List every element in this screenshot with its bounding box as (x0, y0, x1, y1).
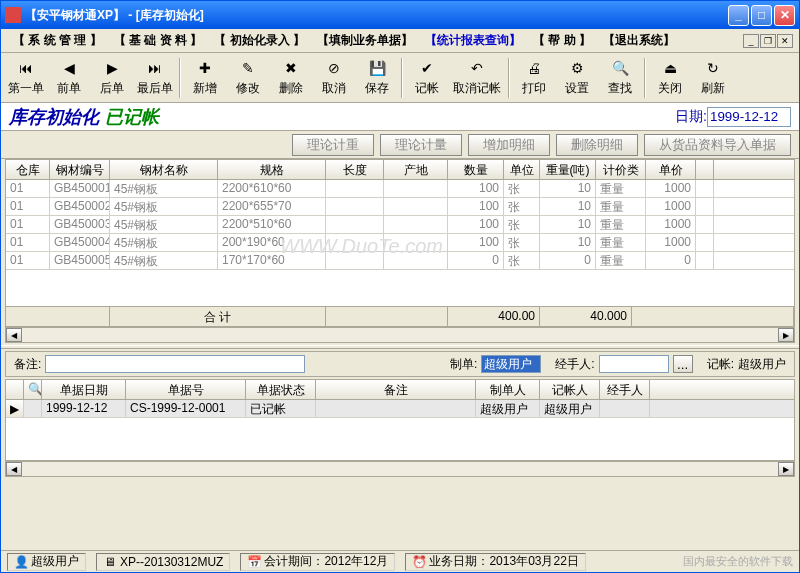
cell[interactable]: GB450003 (50, 216, 110, 233)
cell[interactable]: 重量 (596, 252, 646, 269)
tb-第一单[interactable]: ⏮第一单 (5, 56, 47, 100)
cell[interactable]: 2200*510*60 (218, 216, 326, 233)
cell[interactable]: 重量 (596, 234, 646, 251)
col-unit[interactable]: 单位 (504, 160, 540, 179)
cell[interactable]: 01 (6, 198, 50, 215)
cell[interactable]: 2200*655*70 (218, 198, 326, 215)
handler-lookup-button[interactable]: ... (673, 355, 693, 373)
calc-weight-button[interactable]: 理论计重 (292, 134, 374, 156)
cell[interactable] (384, 180, 448, 197)
doc-scroll-left-button[interactable]: ◀ (6, 462, 22, 476)
close-button[interactable]: ✕ (774, 5, 795, 26)
doc-scroll-track[interactable] (22, 462, 778, 476)
tb-查找[interactable]: 🔍查找 (599, 56, 641, 100)
doc-grid-hscroll[interactable]: ◀ ▶ (5, 461, 795, 477)
tb-新增[interactable]: ✚新增 (184, 56, 226, 100)
cell[interactable]: GB450002 (50, 198, 110, 215)
col-length[interactable]: 长度 (326, 160, 384, 179)
cell[interactable]: 01 (6, 252, 50, 269)
cell[interactable]: 170*170*60 (218, 252, 326, 269)
cell[interactable] (600, 400, 650, 417)
add-detail-button[interactable]: 增加明细 (468, 134, 550, 156)
cell[interactable] (696, 234, 714, 251)
menu-help[interactable]: 【 帮 助 】 (527, 30, 597, 51)
tb-设置[interactable]: ⚙设置 (556, 56, 598, 100)
col-category[interactable]: 计价类别 (596, 160, 646, 179)
tb-关闭[interactable]: ⏏关闭 (649, 56, 691, 100)
calc-qty-button[interactable]: 理论计量 (380, 134, 462, 156)
col-doc-booker[interactable]: 记帐人 (540, 380, 600, 399)
cell[interactable] (384, 198, 448, 215)
tb-取消[interactable]: ⊘取消 (313, 56, 355, 100)
cell[interactable]: CS-1999-12-0001 (126, 400, 246, 417)
doc-grid-body[interactable]: ▶1999-12-12CS-1999-12-0001已记帐超级用户超级用户 (6, 400, 794, 460)
menu-exit[interactable]: 【退出系统】 (597, 30, 681, 51)
cell[interactable] (384, 216, 448, 233)
grid-row[interactable]: 01GB45000145#钢板2200*610*60100张10重量1000 (6, 180, 794, 198)
cell[interactable]: 0 (540, 252, 596, 269)
cell[interactable]: 100 (448, 216, 504, 233)
cell[interactable]: 张 (504, 252, 540, 269)
grid-body[interactable]: 01GB45000145#钢板2200*610*60100张10重量100001… (6, 180, 794, 306)
date-input[interactable] (707, 107, 791, 127)
cell[interactable]: 0 (448, 252, 504, 269)
doc-scroll-right-button[interactable]: ▶ (778, 462, 794, 476)
col-code[interactable]: 钢材编号 (50, 160, 110, 179)
col-weight[interactable]: 重量(吨) (540, 160, 596, 179)
menu-report[interactable]: 【统计报表查询】 (419, 30, 527, 51)
cell[interactable] (24, 400, 42, 417)
col-doc-date[interactable]: 单据日期 (42, 380, 126, 399)
cell[interactable]: GB450004 (50, 234, 110, 251)
cell[interactable]: GB450005 (50, 252, 110, 269)
grid-row[interactable]: 01GB45000445#钢板200*190*60100张10重量1000 (6, 234, 794, 252)
tb-前单[interactable]: ◀前单 (48, 56, 90, 100)
cell[interactable] (326, 198, 384, 215)
col-name[interactable]: 钢材名称 (110, 160, 218, 179)
cell[interactable]: 2200*610*60 (218, 180, 326, 197)
cell[interactable] (326, 216, 384, 233)
cell[interactable]: 01 (6, 180, 50, 197)
cell[interactable]: 1000 (646, 234, 696, 251)
menu-system[interactable]: 【 系 统 管 理 】 (7, 30, 108, 51)
cell[interactable]: 0 (646, 252, 696, 269)
col-doc-no[interactable]: 单据号 (126, 380, 246, 399)
cell[interactable] (384, 252, 448, 269)
cell[interactable]: 01 (6, 234, 50, 251)
cell[interactable]: 张 (504, 216, 540, 233)
grid-row[interactable]: 01GB45000245#钢板2200*655*70100张10重量1000 (6, 198, 794, 216)
cell[interactable]: 张 (504, 198, 540, 215)
cell[interactable]: 重量 (596, 198, 646, 215)
cell[interactable]: 超级用户 (540, 400, 600, 417)
cell[interactable] (384, 234, 448, 251)
child-minimize-button[interactable]: _ (743, 34, 759, 48)
cell[interactable]: 100 (448, 198, 504, 215)
cell[interactable]: 45#钢板 (110, 198, 218, 215)
splitter[interactable] (1, 345, 799, 349)
cell[interactable] (326, 234, 384, 251)
tb-保存[interactable]: 💾保存 (356, 56, 398, 100)
col-price[interactable]: 单价 (646, 160, 696, 179)
col-doc-maker[interactable]: 制单人 (476, 380, 540, 399)
doc-row[interactable]: ▶1999-12-12CS-1999-12-0001已记帐超级用户超级用户 (6, 400, 794, 418)
minimize-button[interactable]: _ (728, 5, 749, 26)
memo-input[interactable] (45, 355, 305, 373)
col-doc-handler[interactable]: 经手人 (600, 380, 650, 399)
col-doc-status[interactable]: 单据状态 (246, 380, 316, 399)
cell[interactable] (696, 252, 714, 269)
cell[interactable]: 1000 (646, 216, 696, 233)
cell[interactable]: 01 (6, 216, 50, 233)
col-qty[interactable]: 数量 (448, 160, 504, 179)
col-spec[interactable]: 规格 (218, 160, 326, 179)
scroll-track[interactable] (22, 328, 778, 342)
cell[interactable] (326, 180, 384, 197)
cell[interactable] (696, 180, 714, 197)
cell[interactable] (696, 198, 714, 215)
handler-input[interactable] (599, 355, 669, 373)
cell[interactable] (696, 216, 714, 233)
cell[interactable]: 重量 (596, 216, 646, 233)
grid-row[interactable]: 01GB45000345#钢板2200*510*60100张10重量1000 (6, 216, 794, 234)
tb-记帐[interactable]: ✔记帐 (406, 56, 448, 100)
col-doc-memo[interactable]: 备注 (316, 380, 476, 399)
grid-row[interactable]: 01GB45000545#钢板170*170*600张0重量0 (6, 252, 794, 270)
col-warehouse[interactable]: 仓库名称 (6, 160, 50, 179)
